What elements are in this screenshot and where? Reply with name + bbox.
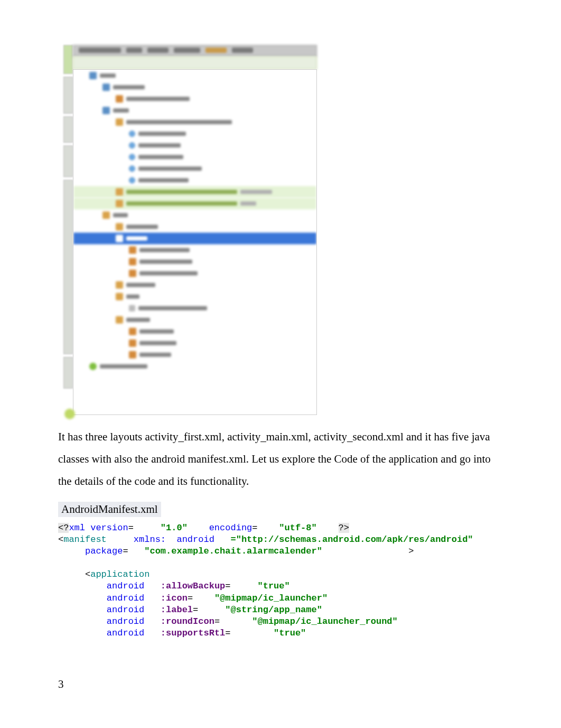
tree-strings-xml — [73, 337, 316, 349]
code-token: ="http://schemas.android.com/apk/res/and… — [231, 535, 473, 545]
page-number: 3 — [58, 678, 64, 691]
tree-pkg-test — [73, 198, 316, 209]
tree-manifests — [73, 81, 316, 93]
code-token: manifest — [63, 535, 112, 545]
code-token: = — [252, 523, 257, 533]
tree-colors-xml — [73, 326, 316, 337]
ide-side-tabs — [63, 45, 73, 415]
tree-layout-main — [73, 256, 316, 268]
code-token: :label — [161, 605, 193, 615]
ide-top-toolbar — [73, 45, 317, 57]
code-token: :icon — [161, 593, 188, 603]
tree-java — [73, 105, 316, 116]
tree-class-notificationservice — [73, 163, 316, 174]
tree-values — [73, 314, 316, 326]
side-tab — [63, 180, 73, 354]
tree-res — [73, 209, 316, 221]
tree-raw-file — [73, 302, 316, 314]
tree-styles-xml — [73, 349, 316, 361]
tree-class-alarmreceiver — [73, 128, 316, 140]
code-token: android — [107, 616, 144, 626]
tree-class-mainactivity — [73, 151, 316, 163]
tree-pkg-main — [73, 116, 316, 128]
code-token: = — [193, 605, 198, 615]
code-token: ?> — [339, 523, 349, 533]
code-token: = — [188, 593, 193, 603]
ide-bottom-icon — [64, 409, 75, 419]
ide-sub-toolbar — [73, 57, 317, 69]
side-tab — [63, 145, 73, 177]
side-tab — [63, 357, 73, 389]
tree-class-firstactivity — [73, 140, 316, 151]
code-token: android — [107, 593, 144, 603]
side-tab — [63, 77, 73, 114]
code-token: android — [107, 605, 144, 615]
code-token: android — [107, 628, 144, 638]
tree-manifest-file — [73, 93, 316, 105]
side-tab — [63, 45, 73, 74]
tree-mipmap — [73, 279, 316, 291]
tree-pkg-androidtest — [73, 186, 316, 198]
code-token: :roundIcon — [161, 616, 214, 626]
tree-drawable — [73, 221, 316, 233]
code-token: = — [225, 628, 230, 638]
code-token: application — [90, 569, 149, 579]
project-tree — [73, 69, 317, 415]
code-token: :allowBackup — [161, 581, 225, 591]
code-token: "@string/app_name" — [225, 605, 322, 615]
code-token: xml version — [69, 523, 128, 533]
tree-layout-selected — [73, 233, 316, 244]
tree-raw — [73, 291, 316, 302]
code-token: "com.example.chait.alarmcalender" — [144, 546, 322, 556]
code-token: android — [176, 535, 214, 545]
code-token: "utf-8" — [279, 523, 322, 533]
code-token: <? — [58, 523, 69, 533]
code-token: encoding — [209, 523, 253, 533]
tree-class-secondactivity — [73, 174, 316, 186]
paragraph-description: It has three layouts activity_first.xml,… — [58, 426, 503, 492]
code-token: package — [85, 546, 123, 556]
section-title-manifest: AndroidManifest.xml — [58, 502, 161, 517]
code-token: "@mipmap/ic_launcher" — [214, 593, 328, 603]
ide-screenshot — [63, 45, 317, 415]
code-token: :supportsRtl — [161, 628, 225, 638]
code-token: android — [107, 581, 144, 591]
code-token: = — [225, 581, 230, 591]
code-token: "@mipmap/ic_launcher_round" — [252, 616, 397, 626]
tree-app — [73, 70, 316, 81]
tree-layout-second — [73, 268, 316, 279]
code-token: = — [128, 523, 134, 533]
side-tab — [63, 116, 73, 143]
code-token: < — [58, 535, 63, 545]
code-token: = — [214, 616, 220, 626]
tree-gradle-scripts — [73, 361, 316, 372]
tree-layout-first — [73, 244, 316, 256]
code-token: "1.0" — [161, 523, 193, 533]
code-token: "true" — [258, 581, 290, 591]
code-token: "true" — [274, 628, 306, 638]
code-token: = — [123, 546, 128, 556]
code-androidmanifest: <?xml version= "1.0" encoding= "utf-8" ?… — [58, 522, 503, 639]
code-token: xmlns: — [134, 535, 166, 545]
